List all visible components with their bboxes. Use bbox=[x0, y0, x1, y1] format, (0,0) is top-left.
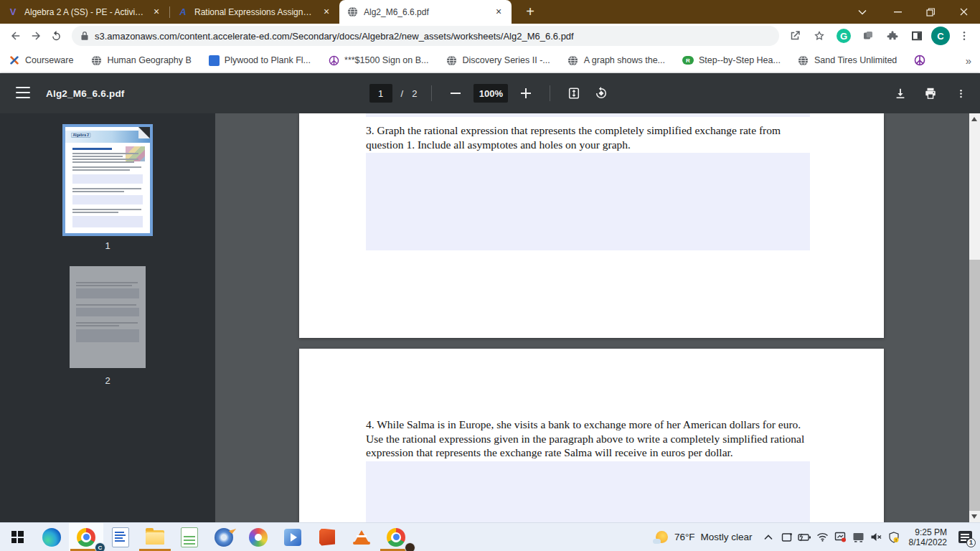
thumbnail-2-number: 2 bbox=[65, 375, 150, 386]
bookmark-discovery-series[interactable]: Discovery Series II -... bbox=[446, 55, 550, 66]
tab-pdf-active[interactable]: Alg2_M6_6.6.pdf × bbox=[339, 0, 512, 24]
window-controls bbox=[848, 0, 980, 24]
url-text: s3.amazonaws.com/content.accelerate-ed.c… bbox=[95, 31, 574, 42]
lock-icon bbox=[80, 31, 89, 41]
taskbar-office[interactable] bbox=[310, 523, 344, 551]
page-total: 2 bbox=[412, 88, 417, 99]
scrollbar-thumb[interactable] bbox=[969, 260, 980, 511]
taskbar-media-player[interactable] bbox=[275, 523, 310, 551]
clock-date: 8/14/2022 bbox=[909, 537, 947, 547]
chrome-profile-badge: C bbox=[95, 542, 105, 551]
zoom-out-button[interactable] bbox=[446, 84, 465, 103]
pdf-page-1: 3. Graph the rational expression that re… bbox=[299, 113, 884, 338]
wifi-icon[interactable] bbox=[814, 523, 831, 551]
libreoffice-writer-icon bbox=[112, 527, 129, 547]
bookmark-sand-tires[interactable]: Sand Tires Unlimited bbox=[798, 55, 897, 66]
toolbar-divider bbox=[431, 85, 432, 101]
restore-button[interactable] bbox=[914, 0, 947, 24]
start-button[interactable] bbox=[0, 523, 34, 551]
zoom-level-value[interactable]: 100% bbox=[473, 84, 508, 103]
clock-widget[interactable]: 9:25 PM 8/14/2022 bbox=[903, 527, 953, 547]
bookmark-step-by-step[interactable]: R Step--by-Step Hea... bbox=[682, 55, 781, 66]
desktop-screen: V Algebra 2 A (SS) - PE - Activities × A… bbox=[0, 0, 980, 551]
tab-close-icon[interactable]: × bbox=[321, 6, 332, 18]
weather-description: Mostly clear bbox=[701, 532, 753, 542]
sidebar-extension-icon[interactable] bbox=[907, 26, 927, 46]
bookmark-peace-unlabeled[interactable] bbox=[914, 55, 925, 66]
extensions-puzzle-icon[interactable] bbox=[882, 26, 903, 46]
page-1-thumbnail[interactable]: Algebra 2 bbox=[65, 127, 150, 233]
tab-close-icon[interactable]: × bbox=[493, 6, 504, 18]
scroll-down-arrow-icon[interactable] bbox=[971, 514, 977, 519]
vertical-scrollbar[interactable] bbox=[969, 113, 980, 522]
url-field[interactable]: s3.amazonaws.com/content.accelerate-ed.c… bbox=[72, 26, 779, 46]
new-tab-button[interactable]: + bbox=[520, 4, 540, 20]
taskbar-chrome-profile2[interactable] bbox=[379, 523, 413, 551]
clock-time: 9:25 PM bbox=[909, 527, 947, 537]
notification-center-button[interactable]: 1 bbox=[953, 523, 977, 551]
bookmark-star-icon[interactable] bbox=[809, 26, 829, 46]
reload-button[interactable] bbox=[46, 26, 66, 46]
assignment-favicon-icon: A bbox=[177, 6, 189, 18]
question-3-text: 3. Graph the rational expression that re… bbox=[366, 123, 818, 151]
battery-icon[interactable] bbox=[796, 523, 814, 551]
svg-text:!: ! bbox=[895, 537, 897, 542]
screen-cast-alert-icon[interactable] bbox=[831, 523, 849, 551]
taskbar-disc-burner[interactable] bbox=[207, 523, 241, 551]
bookmark-human-geography[interactable]: Human Geography B bbox=[90, 55, 191, 66]
download-icon[interactable] bbox=[891, 84, 910, 103]
share-icon[interactable] bbox=[785, 26, 805, 46]
weather-widget[interactable]: 76°F Mostly clear bbox=[646, 529, 760, 545]
tab-close-icon[interactable]: × bbox=[151, 6, 162, 18]
globe-icon bbox=[798, 55, 809, 66]
profile-avatar[interactable]: C bbox=[931, 27, 950, 45]
taskbar-writer[interactable] bbox=[103, 523, 138, 551]
browser-menu-kebab-icon[interactable] bbox=[954, 26, 974, 46]
pdf-toolbar: Alg2_M6_6.6.pdf 1 / 2 100% bbox=[0, 73, 980, 113]
volume-muted-icon[interactable] bbox=[867, 523, 885, 551]
pdf-toolbar-center: 1 / 2 100% bbox=[0, 73, 980, 113]
tab-search-chevron-icon[interactable] bbox=[848, 0, 877, 24]
security-shield-icon[interactable]: ! bbox=[885, 523, 903, 551]
taskbar-chrome-active[interactable]: C bbox=[69, 523, 103, 551]
grammarly-extension-icon[interactable]: G bbox=[834, 26, 854, 46]
bookmark-courseware[interactable]: Courseware bbox=[9, 55, 73, 66]
peace-sign-icon bbox=[328, 55, 339, 66]
answer-box-partial bbox=[366, 113, 810, 117]
taskbar-calc[interactable] bbox=[172, 523, 207, 551]
bookmark-plywood-plank[interactable]: Plywood to Plank Fl... bbox=[209, 55, 311, 66]
tab-algebra-activities[interactable]: V Algebra 2 A (SS) - PE - Activities × bbox=[0, 0, 169, 24]
bookmark-a-graph-shows[interactable]: A graph shows the... bbox=[567, 55, 665, 66]
bookmarks-overflow-chevron[interactable]: » bbox=[966, 55, 971, 67]
edge-icon bbox=[42, 528, 61, 547]
tab-rational-expressions[interactable]: A Rational Expressions Assignment × bbox=[170, 0, 339, 24]
minimize-button[interactable] bbox=[881, 0, 914, 24]
display-icon[interactable] bbox=[849, 523, 867, 551]
question-3-answer-box bbox=[366, 153, 810, 250]
page-2-thumbnail[interactable] bbox=[70, 266, 146, 368]
pdf-more-kebab-icon[interactable] bbox=[951, 84, 970, 103]
bookmark-1500-sign-on[interactable]: ***$1500 Sign on B... bbox=[328, 55, 428, 66]
rotate-button[interactable] bbox=[592, 84, 611, 103]
taskbar-edge[interactable] bbox=[34, 523, 69, 551]
fit-to-page-button[interactable] bbox=[565, 84, 583, 103]
zoom-in-button[interactable] bbox=[517, 84, 535, 103]
taskbar-vlc[interactable] bbox=[344, 523, 379, 551]
globe-icon bbox=[567, 55, 579, 66]
back-button[interactable] bbox=[6, 26, 26, 46]
page-divider: / bbox=[401, 88, 404, 99]
print-icon[interactable] bbox=[921, 84, 940, 103]
page-number-input[interactable]: 1 bbox=[369, 84, 392, 103]
tab-title: Alg2_M6_6.6.pdf bbox=[364, 7, 487, 17]
forward-button[interactable] bbox=[26, 26, 46, 46]
taskbar-file-explorer[interactable] bbox=[138, 523, 172, 551]
close-window-button[interactable] bbox=[947, 0, 980, 24]
tray-expand-chevron-icon[interactable] bbox=[760, 523, 778, 551]
globe-icon bbox=[90, 55, 102, 66]
tablet-mode-icon[interactable] bbox=[778, 523, 796, 551]
scroll-up-arrow-icon[interactable] bbox=[971, 117, 977, 121]
globe-favicon-icon bbox=[347, 6, 358, 18]
taskbar-paint-app[interactable] bbox=[241, 523, 275, 551]
photos-extension-icon[interactable] bbox=[858, 26, 878, 46]
tab-title: Rational Expressions Assignment bbox=[194, 7, 315, 17]
